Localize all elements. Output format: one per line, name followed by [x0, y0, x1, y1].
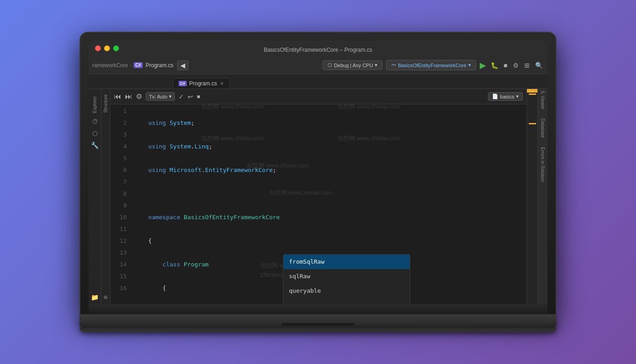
basics-file-icon: 📄: [492, 93, 498, 99]
check-button[interactable]: ✓: [179, 93, 184, 100]
scroll-marker-2: [529, 123, 536, 124]
debug-config-button[interactable]: ⬡ Debug | Any CPU ▾: [323, 60, 383, 70]
scroll-top-marker: [527, 89, 537, 93]
breadcrumb-sep1: ›: [130, 62, 132, 69]
tab-filename: Program.cs: [189, 80, 217, 87]
breadcrumb: rameworkCore › C# Program.cs: [92, 62, 174, 69]
traffic-lights: [95, 45, 119, 51]
il-viewer-label[interactable]: IL Viewer: [540, 91, 545, 109]
project-select-button[interactable]: 〜 BasicsOfEntityFrameworkCore ▾: [386, 60, 476, 70]
stop-button[interactable]: ■: [503, 61, 508, 70]
breadcrumb-project: rameworkCore: [92, 62, 128, 69]
code-line-3: using Microsoft.EntityFrameworkCore;: [134, 164, 527, 176]
tab-lang-badge: C#: [179, 81, 187, 86]
errors-label[interactable]: Errors in Solution: [540, 147, 545, 182]
ide-window: BasicsOfEntityFrameworkCore – Program.cs…: [89, 41, 547, 304]
project-dropdown-icon: ▾: [468, 62, 471, 68]
debug-icon: ⬡: [328, 62, 332, 68]
laptop-feet: [80, 328, 556, 332]
basics-dropdown-arrow: ▾: [516, 93, 519, 99]
stop-square-button[interactable]: ■: [197, 93, 200, 100]
lang-badge: C#: [134, 62, 143, 68]
explorer-label: Explorer: [92, 96, 97, 113]
history-back-button[interactable]: ⏮: [114, 93, 121, 101]
maximize-button[interactable]: [113, 45, 119, 51]
debug-label: Debug | Any CPU: [334, 63, 373, 68]
screen-bezel: BasicsOfEntityFrameworkCore – Program.cs…: [89, 41, 547, 304]
autocomplete-item-sqlraw[interactable]: sqlRaw: [283, 269, 410, 284]
folder-icon[interactable]: 📁: [91, 294, 99, 300]
code-line-1: using System;: [134, 117, 527, 129]
far-right-sidebar: IL Viewer Database Errors in Solution: [537, 89, 547, 304]
code-line-5: namespace BasicsOfEntityFrameworkCore: [134, 212, 527, 223]
laptop-frame: BasicsOfEntityFrameworkCore – Program.cs…: [80, 32, 556, 332]
layout-button[interactable]: ⊞: [523, 61, 531, 70]
left-sidebar-structure: Structure ⊞: [101, 89, 110, 304]
grid-icon[interactable]: ⊞: [104, 294, 107, 300]
code-line-2: using System.Linq;: [134, 141, 527, 152]
code-content: 1 2 3 4 5 6 7 8 9 10 11: [110, 104, 527, 304]
bug-button[interactable]: 🐛: [490, 61, 499, 70]
autocomplete-item-persons[interactable]: persons: [283, 298, 410, 304]
main-toolbar: rameworkCore › C# Program.cs ◀ ⬡ Debug |…: [89, 56, 547, 74]
screen-frame: BasicsOfEntityFrameworkCore – Program.cs…: [80, 32, 556, 315]
search-button[interactable]: 🔍: [534, 61, 544, 70]
code-line-6: {: [134, 235, 527, 247]
autocomplete-item-queryable[interactable]: queryable: [283, 284, 410, 298]
settings-button[interactable]: ⚙: [512, 61, 520, 70]
main-area: Explorer ⏱ ⬡ 🔧 📁 Structure ⊞: [89, 89, 547, 304]
tab-program-cs[interactable]: C# Program.cs ✕: [173, 78, 230, 89]
tx-dropdown-arrow: ▾: [169, 93, 172, 99]
debug-step-button[interactable]: ⚙: [136, 92, 142, 101]
code-area: ⏮ ⏭ ⚙ Tx: Auto ▾ ✓ ↩ ■ 📄: [110, 89, 527, 304]
tab-close-button[interactable]: ✕: [220, 81, 224, 87]
wave-icon: 〜: [391, 62, 396, 69]
tab-bar: C# Program.cs ✕: [89, 74, 547, 89]
tx-label: Tx: Auto: [149, 94, 167, 99]
left-sidebar-explorer: Explorer ⏱ ⬡ 🔧 📁: [89, 89, 101, 304]
title-bar: BasicsOfEntityFrameworkCore – Program.cs: [89, 41, 547, 56]
autocomplete-item-fromsqlraw[interactable]: fromSqlRaw: [283, 255, 410, 269]
back-button[interactable]: ◀: [177, 60, 189, 70]
run-button[interactable]: ▶: [480, 60, 486, 70]
history-forward-button[interactable]: ⏭: [125, 93, 132, 101]
code-line-4: [134, 188, 527, 200]
debug-icon-side[interactable]: ⬡: [92, 130, 98, 137]
tx-dropdown[interactable]: Tx: Auto ▾: [146, 92, 175, 101]
minimize-button[interactable]: [104, 45, 110, 51]
database-label[interactable]: Database: [540, 118, 545, 138]
project-label: BasicsOfEntityFrameworkCore: [398, 63, 466, 68]
basics-label: basics: [500, 94, 514, 99]
autocomplete-popup[interactable]: fromSqlRaw sqlRaw queryable persons: [283, 254, 410, 304]
laptop-hinge: [282, 323, 354, 326]
laptop-screen-bottom: [89, 304, 547, 314]
laptop-base: [80, 315, 556, 328]
undo-button[interactable]: ↩: [188, 93, 193, 100]
breadcrumb-file: Program.cs: [145, 62, 173, 69]
line-numbers: 1 2 3 4 5 6 7 8 9 10 11: [110, 104, 130, 304]
window-title: BasicsOfEntityFrameworkCore – Program.cs: [264, 47, 373, 53]
debug-dropdown-icon: ▾: [375, 62, 378, 68]
scroll-marker-1: [529, 93, 536, 95]
close-button[interactable]: [95, 45, 101, 51]
clock-icon[interactable]: ⏱: [92, 118, 98, 125]
right-scroll-indicator: [527, 89, 537, 304]
code-toolbar: ⏮ ⏭ ⚙ Tx: Auto ▾ ✓ ↩ ■ 📄: [110, 89, 527, 104]
structure-label: Structure: [103, 94, 108, 113]
wrench-icon[interactable]: 🔧: [91, 142, 99, 148]
basics-button[interactable]: 📄 basics ▾: [488, 92, 523, 101]
